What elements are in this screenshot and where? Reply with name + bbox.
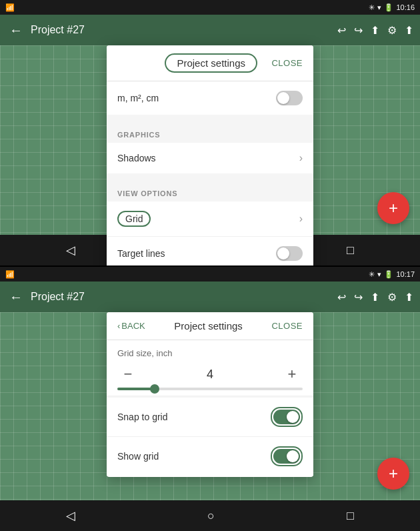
grid-size-label: Grid size, inch (117, 348, 303, 358)
wifi-icon: ▾ (377, 3, 381, 12)
upload-icon[interactable]: ⬆ (371, 24, 379, 37)
status-right-1: ✳ ▾ 🔋 10:16 (369, 3, 415, 12)
target-lines-label: Target lines (117, 248, 165, 259)
modal-back-button[interactable]: ‹ BACK (117, 321, 145, 331)
grid-size-slider[interactable] (117, 388, 303, 390)
shadows-chevron-icon: › (299, 152, 303, 164)
project-settings-modal-2: ‹ BACK Project settings CLOSE Grid size,… (107, 312, 313, 477)
modal-body-2: Grid size, inch − 4 + (107, 340, 313, 476)
modal-header-2: ‹ BACK Project settings CLOSE (107, 312, 313, 340)
share-icon[interactable]: ⬆ (405, 24, 413, 37)
grid-size-value: 4 (207, 368, 213, 382)
snap-toggle-thumb (287, 411, 299, 423)
fab-plus-icon-2: + (389, 464, 398, 483)
show-grid-toggle[interactable] (273, 449, 300, 464)
units-row: m, m², cm (107, 81, 313, 115)
status-left-2: 📶 (5, 270, 15, 279)
toolbar-icons-2: ↩ ↪ ⬆ ⚙ ⬆ (337, 291, 413, 304)
toolbar-icons-1: ↩ ↪ ⬆ ⚙ ⬆ (337, 24, 413, 37)
snap-to-grid-toggle[interactable] (273, 410, 300, 424)
recent-nav-2[interactable]: □ (333, 504, 367, 528)
fab-button-1[interactable]: + (377, 192, 409, 224)
redo-icon-2[interactable]: ↪ (354, 291, 363, 304)
show-grid-label: Show grid (117, 451, 159, 462)
modal-title-2: Project settings (174, 320, 243, 332)
modal-header-1: Project settings CLOSE (107, 45, 313, 81)
status-left-1: 📶 (5, 3, 15, 12)
bluetooth-icon: ✳ (369, 3, 375, 12)
graphics-section: Shadows › (107, 143, 313, 173)
status-right-2: ✳ ▾ 🔋 10:17 (369, 270, 415, 279)
units-section: m, m², cm (107, 81, 313, 115)
modal-title-1: Project settings (165, 53, 257, 73)
modal-container-2: ‹ BACK Project settings CLOSE Grid size,… (0, 312, 420, 500)
top-bar-1: ← Project #27 ↩ ↪ ⬆ ⚙ ⬆ (0, 15, 420, 45)
grid-size-slider-thumb (150, 384, 159, 394)
back-label: BACK (121, 321, 145, 331)
show-grid-row: Show grid (107, 437, 313, 476)
bluetooth-icon-2: ✳ (369, 270, 375, 279)
show-grid-toggle-wrapper (271, 446, 303, 466)
shadows-label: Shadows (117, 153, 156, 163)
grid-chevron-icon: › (299, 213, 303, 225)
snap-to-grid-label: Snap to grid (117, 412, 168, 422)
view-options-label: VIEW OPTIONS (117, 189, 177, 197)
modal-close-1[interactable]: CLOSE (271, 58, 303, 68)
grid-size-section: Grid size, inch − 4 + (107, 340, 313, 396)
units-toggle[interactable] (276, 91, 303, 105)
undo-icon[interactable]: ↩ (337, 24, 346, 37)
canvas-area-1: Project settings CLOSE m, m², cm (0, 45, 420, 235)
fab-button-2[interactable]: + (377, 458, 409, 490)
snap-to-grid-row: Snap to grid (107, 398, 313, 437)
battery-icon-2: 🔋 (384, 270, 393, 279)
settings-icon[interactable]: ⚙ (387, 24, 397, 37)
divider-1 (107, 116, 313, 121)
status-bar-2: 📶 ✳ ▾ 🔋 10:17 (0, 267, 420, 282)
sim-icon: 📶 (5, 3, 15, 12)
status-bar-1: 📶 ✳ ▾ 🔋 10:16 (0, 0, 420, 15)
grid-increase-button[interactable]: + (281, 364, 303, 385)
back-nav-2[interactable]: ◁ (53, 503, 89, 528)
grid-label: Grid (117, 211, 151, 227)
wifi-icon-2: ▾ (377, 270, 381, 279)
grid-row[interactable]: Grid › (107, 201, 313, 237)
undo-icon-2[interactable]: ↩ (337, 291, 346, 304)
sim-icon-2: 📶 (5, 270, 15, 279)
shadows-row[interactable]: Shadows › (107, 143, 313, 173)
target-lines-toggle[interactable] (276, 246, 303, 261)
show-grid-toggle-thumb (287, 450, 299, 462)
units-label: m, m², cm (117, 93, 159, 103)
graphics-section-header: GRAPHICS (107, 121, 313, 143)
nav-bar-2: ◁ ○ □ (0, 500, 420, 531)
modal-container-1: Project settings CLOSE m, m², cm (0, 45, 420, 235)
battery-icon: 🔋 (384, 3, 393, 12)
target-lines-toggle-thumb (277, 247, 289, 259)
back-nav-1[interactable]: ◁ (53, 237, 89, 263)
grid-decrease-button[interactable]: − (117, 364, 139, 385)
snap-toggle-wrapper (271, 407, 303, 427)
time-display-2: 10:17 (396, 270, 415, 278)
modal-title-container-1: Project settings (151, 53, 271, 73)
grid-size-slider-fill (117, 388, 155, 390)
redo-icon[interactable]: ↪ (354, 24, 363, 37)
recent-nav-1[interactable]: □ (333, 238, 367, 263)
project-title-2: Project #27 (31, 291, 332, 303)
modal-close-2[interactable]: CLOSE (271, 321, 303, 331)
back-button-1[interactable]: ← (7, 20, 25, 41)
project-title-1: Project #27 (31, 24, 332, 36)
top-bar-2: ← Project #27 ↩ ↪ ⬆ ⚙ ⬆ (0, 282, 420, 312)
share-icon-2[interactable]: ⬆ (405, 291, 413, 304)
back-button-2[interactable]: ← (7, 287, 25, 308)
time-display-1: 10:16 (396, 3, 415, 11)
settings-icon-2[interactable]: ⚙ (387, 291, 397, 304)
grid-size-control: − 4 + (117, 364, 303, 385)
fab-plus-icon: + (389, 199, 398, 217)
units-toggle-thumb (277, 92, 289, 104)
grid-toggles-section: Snap to grid Show grid (107, 398, 313, 476)
upload-icon-2[interactable]: ⬆ (371, 291, 379, 304)
divider-2 (107, 175, 313, 180)
view-options-header: VIEW OPTIONS (107, 180, 313, 201)
canvas-area-2: ‹ BACK Project settings CLOSE Grid size,… (0, 312, 420, 500)
back-chevron-icon: ‹ (117, 321, 120, 331)
home-nav-2[interactable]: ○ (194, 504, 228, 528)
